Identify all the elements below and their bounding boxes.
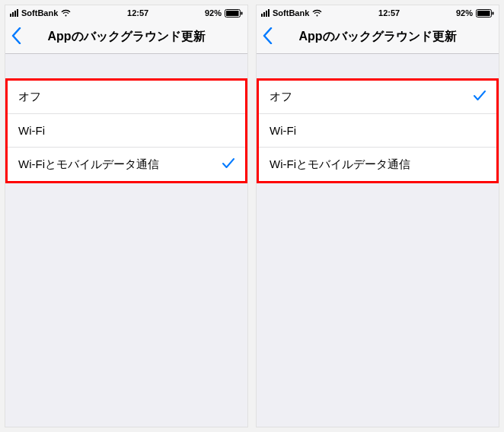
content-area: オフ Wi-Fi Wi-Fiとモバイルデータ通信 [5, 54, 247, 427]
cellular-signal-icon [261, 9, 270, 17]
clock: 12:57 [378, 8, 400, 17]
options-group: オフ Wi-Fi Wi-Fiとモバイルデータ通信 [5, 78, 247, 183]
options-group: オフ Wi-Fi Wi-Fiとモバイルデータ通信 [257, 78, 499, 183]
carrier-label: SoftBank [273, 8, 309, 17]
status-bar: SoftBank 12:57 92% [257, 5, 499, 21]
wifi-icon [61, 9, 71, 17]
cellular-signal-icon [10, 9, 18, 17]
checkmark-icon [222, 158, 234, 171]
option-wifi-mobile[interactable]: Wi-Fiとモバイルデータ通信 [8, 148, 245, 181]
page-title: Appのバックグラウンド更新 [5, 29, 247, 45]
battery-percent: 92% [205, 8, 222, 17]
option-label: Wi-Fi [270, 124, 296, 137]
battery-percent: 92% [456, 8, 473, 17]
option-label: オフ [18, 90, 41, 104]
page-title: Appのバックグラウンド更新 [257, 29, 499, 45]
navigation-bar: Appのバックグラウンド更新 [5, 21, 247, 54]
option-wifi[interactable]: Wi-Fi [259, 114, 496, 148]
option-label: Wi-Fi [18, 124, 45, 137]
option-label: Wi-Fiとモバイルデータ通信 [270, 157, 410, 172]
svg-rect-5 [492, 11, 493, 14]
back-button[interactable] [263, 27, 273, 47]
option-off[interactable]: オフ [259, 81, 496, 114]
option-off[interactable]: オフ [8, 81, 245, 114]
carrier-label: SoftBank [21, 8, 58, 17]
battery-icon [476, 9, 494, 17]
back-button[interactable] [11, 27, 21, 47]
svg-rect-1 [226, 11, 239, 16]
battery-icon [225, 9, 243, 17]
option-wifi-mobile[interactable]: Wi-Fiとモバイルデータ通信 [259, 148, 496, 181]
svg-rect-4 [477, 11, 490, 16]
status-bar: SoftBank 12:57 92% [5, 5, 247, 21]
content-area: オフ Wi-Fi Wi-Fiとモバイルデータ通信 [257, 54, 499, 427]
svg-rect-2 [241, 11, 242, 14]
wifi-icon [312, 9, 322, 17]
chevron-left-icon [263, 27, 273, 44]
checkmark-icon [474, 91, 486, 103]
option-label: Wi-Fiとモバイルデータ通信 [18, 157, 159, 172]
clock: 12:57 [127, 8, 148, 17]
phone-screen: SoftBank 12:57 92% Appのバックグラウンド更新 オフ Wi-… [256, 5, 499, 427]
option-wifi[interactable]: Wi-Fi [8, 114, 245, 148]
chevron-left-icon [11, 27, 21, 44]
option-label: オフ [270, 90, 292, 104]
phone-screen: SoftBank 12:57 92% Appのバックグラウンド更新 オフ Wi-… [5, 5, 248, 427]
navigation-bar: Appのバックグラウンド更新 [257, 21, 499, 54]
